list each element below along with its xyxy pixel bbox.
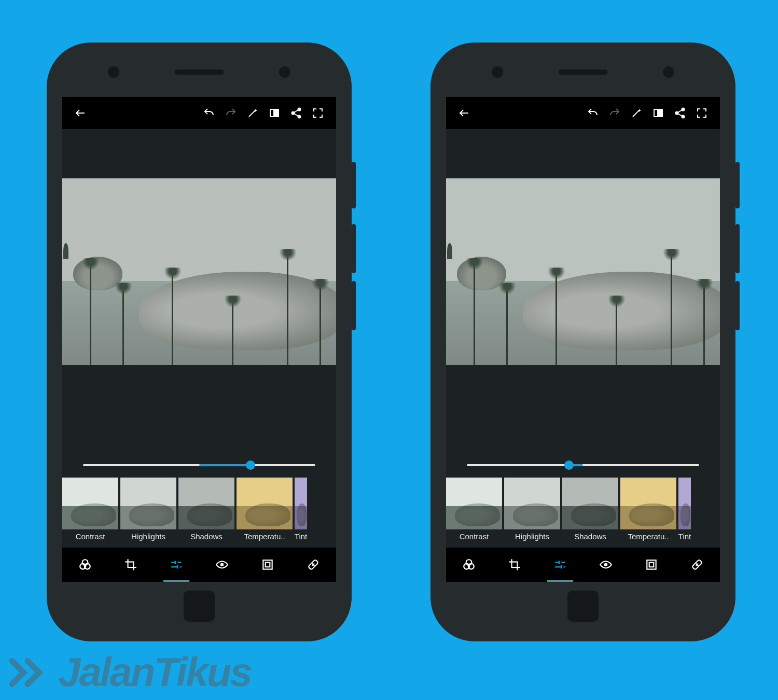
nav-redeye[interactable] <box>583 548 629 582</box>
nav-crop[interactable] <box>492 548 537 582</box>
svg-rect-23 <box>647 560 656 569</box>
nav-crop[interactable] <box>108 548 154 582</box>
adjust-highlights[interactable]: Highlights <box>504 478 560 548</box>
photo-preview <box>446 178 720 365</box>
svg-rect-11 <box>266 563 270 567</box>
undo-button[interactable] <box>582 102 604 124</box>
adjust-label: Contrast <box>460 532 489 541</box>
phone-sensor <box>108 66 119 78</box>
compare-button[interactable] <box>647 102 669 124</box>
adjustments-strip[interactable]: Contrast Highlights Shadows Temperatu.. … <box>62 478 336 548</box>
svg-rect-0 <box>270 109 274 117</box>
phone-sensor <box>492 66 503 78</box>
auto-enhance-button[interactable] <box>242 102 263 124</box>
auto-enhance-button[interactable] <box>626 102 647 124</box>
adjust-highlights[interactable]: Highlights <box>120 478 176 548</box>
image-viewport[interactable] <box>62 129 336 453</box>
nav-adjust[interactable] <box>154 548 199 582</box>
svg-point-22 <box>604 563 608 567</box>
phone-mockup-left: Contrast Highlights Shadows Temperatu.. … <box>47 43 352 641</box>
nav-heal[interactable] <box>674 548 720 582</box>
phone-camera <box>279 66 290 78</box>
phone-power-button <box>735 162 740 208</box>
phone-home-button <box>567 591 599 622</box>
image-viewport[interactable] <box>446 129 720 453</box>
nav-heal[interactable] <box>290 548 336 582</box>
share-button[interactable] <box>285 102 307 124</box>
adjust-label: Highlights <box>515 532 549 541</box>
back-button[interactable] <box>453 102 475 124</box>
nav-frames[interactable] <box>629 548 674 582</box>
phone-volume-down <box>735 281 740 330</box>
nav-looks[interactable] <box>446 548 492 582</box>
adjust-slider[interactable] <box>62 453 336 478</box>
phone-speaker <box>559 69 608 75</box>
nav-adjust[interactable] <box>537 548 583 582</box>
nav-looks[interactable] <box>62 548 108 582</box>
adjust-temperature[interactable]: Temperatu.. <box>620 478 676 548</box>
adjust-contrast[interactable]: Contrast <box>62 478 118 548</box>
adjust-label: Tint <box>295 532 307 541</box>
editor-toolbar <box>62 97 336 129</box>
photo-preview <box>62 178 336 365</box>
editor-toolbar <box>446 97 720 129</box>
adjust-shadows[interactable]: Shadows <box>562 478 618 548</box>
adjust-temperature[interactable]: Temperatu.. <box>237 478 293 548</box>
phone-volume-down <box>352 281 356 330</box>
back-button[interactable] <box>70 102 91 124</box>
app-screen: Contrast Highlights Shadows Temperatu.. … <box>446 97 720 582</box>
adjust-label: Temperatu.. <box>628 532 669 541</box>
adjust-label: Contrast <box>76 532 105 541</box>
svg-point-9 <box>220 563 224 567</box>
redo-button[interactable] <box>220 102 242 124</box>
undo-button[interactable] <box>198 102 220 124</box>
phone-volume-up <box>735 224 740 273</box>
phone-home-button <box>184 591 215 622</box>
watermark: JalanTikus <box>4 649 251 696</box>
share-button[interactable] <box>669 102 691 124</box>
editor-bottom-nav <box>446 548 720 582</box>
app-screen: Contrast Highlights Shadows Temperatu.. … <box>62 97 336 582</box>
nav-redeye[interactable] <box>199 548 245 582</box>
fullscreen-button[interactable] <box>307 102 329 124</box>
svg-rect-13 <box>654 109 658 117</box>
phone-volume-up <box>352 224 356 273</box>
adjust-label: Tint <box>678 532 691 541</box>
fullscreen-button[interactable] <box>691 102 713 124</box>
phone-speaker <box>175 69 224 75</box>
adjust-shadows[interactable]: Shadows <box>178 478 234 548</box>
adjust-label: Temperatu.. <box>244 532 285 541</box>
editor-bottom-nav <box>62 548 336 582</box>
svg-rect-24 <box>649 563 654 567</box>
svg-rect-1 <box>275 109 279 117</box>
redo-button[interactable] <box>604 102 626 124</box>
adjustments-strip[interactable]: Contrast Highlights Shadows Temperatu.. … <box>446 478 720 548</box>
adjust-label: Highlights <box>131 532 165 541</box>
phone-power-button <box>352 162 356 208</box>
phone-camera <box>663 66 674 78</box>
svg-rect-10 <box>263 560 272 569</box>
adjust-contrast[interactable]: Contrast <box>446 478 502 548</box>
watermark-text: JalanTikus <box>58 649 251 696</box>
watermark-logo-icon <box>4 649 51 696</box>
svg-rect-14 <box>659 109 662 117</box>
adjust-slider[interactable] <box>446 453 720 478</box>
adjust-tint[interactable]: Tint <box>678 478 691 548</box>
adjust-tint[interactable]: Tint <box>295 478 307 548</box>
adjust-label: Shadows <box>190 532 223 541</box>
phone-mockup-right: Contrast Highlights Shadows Temperatu.. … <box>430 43 735 641</box>
adjust-label: Shadows <box>574 532 606 541</box>
nav-frames[interactable] <box>245 548 290 582</box>
compare-button[interactable] <box>263 102 285 124</box>
